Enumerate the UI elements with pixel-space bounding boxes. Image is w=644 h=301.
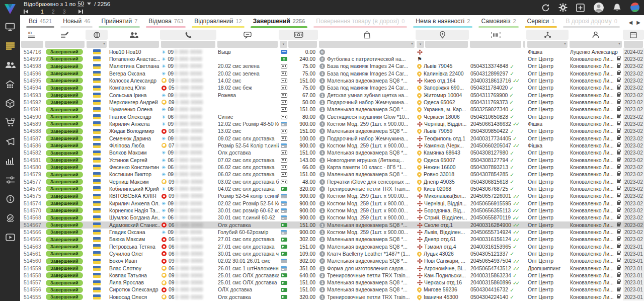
column-header-phone[interactable] bbox=[160, 30, 216, 40]
chevron-down-icon[interactable] bbox=[87, 3, 91, 5]
tab-1[interactable]: Новый 46 bbox=[57, 15, 96, 29]
tab-scroll-right-icon[interactable]: ▶ bbox=[636, 20, 640, 25]
partners-icon[interactable] bbox=[0, 208, 20, 228]
table-row[interactable]: 514570 Завершений Корнелюк Надія Та... ✳… bbox=[20, 207, 644, 214]
column-header-ttn[interactable] bbox=[469, 30, 522, 40]
filter-status[interactable] bbox=[45, 41, 85, 48]
table-row[interactable]: 514590 Завершений Гнатюк Олексндр ✳060 0… bbox=[20, 113, 644, 120]
table-row[interactable]: 514568 Завершений Шумляс Богдана Ан... ✳… bbox=[20, 214, 644, 221]
table-row[interactable]: 514599 Завершений Потапенко Анастас... ✳… bbox=[20, 55, 644, 62]
gear-icon[interactable] bbox=[558, 3, 568, 12]
page-3[interactable]: 3 bbox=[63, 9, 66, 15]
filter-dropdown-payment[interactable]: ▼ bbox=[280, 41, 287, 48]
table-row[interactable]: 514560 Завершений Бокоч Иван 090 000 000… bbox=[20, 258, 644, 265]
filter-comment[interactable] bbox=[217, 41, 278, 48]
tab-7[interactable]: Нема в наявності 2 bbox=[410, 15, 475, 29]
table-row[interactable]: 514587 Завершений Семенюк Дарина ✳090 00… bbox=[20, 135, 644, 142]
first-page-button[interactable] bbox=[24, 10, 28, 14]
column-header-payment[interactable] bbox=[279, 30, 318, 40]
column-header-channel[interactable] bbox=[526, 30, 569, 40]
video-icon[interactable] bbox=[0, 228, 20, 247]
column-header-gap[interactable] bbox=[522, 30, 526, 40]
table-row[interactable]: 514559 Завершений Влас Слотюу 060 000 00… bbox=[20, 265, 644, 272]
table-row[interactable]: 514563 Завершений Петровська Тетяна 060 … bbox=[20, 243, 644, 250]
column-header-id[interactable]: ID bbox=[20, 30, 44, 40]
tab-3[interactable]: Відмова 763 bbox=[143, 15, 189, 29]
refresh-icon[interactable] bbox=[541, 4, 550, 12]
company-icon[interactable] bbox=[0, 74, 20, 94]
table-row[interactable]: 514566 Завершений Гладик Оксана ✳090 000… bbox=[20, 229, 644, 236]
column-header-country[interactable] bbox=[86, 30, 108, 40]
tab-4[interactable]: Відправлений 12 bbox=[189, 15, 248, 29]
table-row[interactable]: 514581 Завершений Устинов Сергей ✳060 00… bbox=[20, 157, 644, 164]
cart-icon[interactable] bbox=[0, 113, 20, 132]
table-row[interactable]: 514574 Завершений Кирилич Анжела Ол... ✳… bbox=[20, 200, 644, 207]
clients-icon[interactable] bbox=[0, 55, 20, 74]
table-row[interactable]: 514558 Завершений Ковпак Татьяна 090 000… bbox=[20, 272, 644, 279]
tab-5[interactable]: Завершений 2256 bbox=[248, 15, 311, 29]
page-1[interactable]: 1 bbox=[41, 9, 44, 15]
table-row[interactable]: 514575 Завершений КВІТОВСЬКА ЮЛІЯ 090 00… bbox=[20, 193, 644, 200]
table-row[interactable]: 514582 Завершений Волков Максим ✳090 000… bbox=[20, 149, 644, 157]
column-header-date[interactable] bbox=[623, 30, 644, 40]
add-square-icon[interactable] bbox=[576, 4, 585, 12]
orders-list-icon[interactable] bbox=[0, 36, 20, 55]
column-header-comment[interactable] bbox=[216, 30, 279, 40]
column-header-delivery[interactable] bbox=[416, 30, 469, 40]
stats-icon[interactable] bbox=[0, 151, 20, 170]
table-row[interactable]: 514591 Завершений Чумаченко Олена ✳090 0… bbox=[20, 106, 644, 113]
table-row[interactable]: 514594 Завершений Компанец Юля 050 000 0… bbox=[20, 85, 644, 92]
table-row[interactable]: 514588 Завершений Жидак Володимир 060 00… bbox=[20, 128, 644, 135]
table-row[interactable]: 514579 Завершений Костишин Виктор ✳090 0… bbox=[20, 171, 644, 178]
table-row[interactable]: 514555 Завершений Новосад Олеся 060 000 … bbox=[20, 293, 644, 300]
table-row[interactable]: 514556 Завершений Сиротюк Олександр 090 … bbox=[20, 286, 644, 293]
monitor-icon[interactable] bbox=[0, 17, 20, 36]
last-page-button[interactable] bbox=[78, 10, 83, 14]
table-row[interactable]: 514565 Завершений Баюка Максим 060 000 0… bbox=[20, 236, 644, 243]
table-row[interactable]: 514592 Завершений Мерклингер Андрей 090 … bbox=[20, 99, 644, 106]
filter-gap[interactable] bbox=[523, 41, 525, 48]
bell-icon[interactable] bbox=[613, 3, 621, 12]
table-row[interactable]: 514586 Завершений Філіпова Люба 070 000 … bbox=[20, 142, 644, 149]
logo[interactable] bbox=[4, 1, 17, 17]
filter-ttn[interactable] bbox=[470, 41, 521, 48]
column-header-manager[interactable] bbox=[569, 30, 623, 40]
filter-payment[interactable] bbox=[288, 41, 317, 48]
filter-manager[interactable]: ▼ bbox=[570, 41, 622, 48]
filter-phone[interactable] bbox=[161, 41, 215, 48]
info-icon[interactable] bbox=[0, 189, 20, 208]
tab-scroll-left-icon[interactable]: ◀ bbox=[629, 20, 633, 25]
table-row[interactable]: 514567 Завершений Адамовский Станис... 0… bbox=[20, 221, 644, 229]
sliders-icon[interactable] bbox=[0, 170, 20, 189]
products-box-icon[interactable] bbox=[0, 94, 20, 113]
language-globe-icon[interactable] bbox=[630, 3, 640, 13]
table-row[interactable]: 514580 Завершений Фесенко Константин ✳06… bbox=[20, 164, 644, 171]
column-header-status[interactable] bbox=[44, 30, 86, 40]
tab-6[interactable]: Повернення товару (в дорозі) 0 bbox=[310, 15, 410, 29]
filter-products[interactable]: ▼ bbox=[319, 41, 415, 48]
column-header-products[interactable] bbox=[318, 30, 416, 40]
tab-8[interactable]: Самовивіз 2 bbox=[475, 15, 521, 29]
tab-2[interactable]: Прийнятий 7 bbox=[96, 15, 143, 29]
filter-country[interactable]: ▼ bbox=[87, 41, 107, 48]
table-row[interactable]: 514598 Завершений Малютина Светлана ✳090… bbox=[20, 63, 644, 70]
table-row[interactable]: 514561 Завершений Сучилов Олег 060 000 0… bbox=[20, 250, 644, 257]
page-2[interactable]: 2 bbox=[52, 9, 55, 15]
page-size-value[interactable]: 50 bbox=[77, 1, 84, 7]
avatar[interactable] bbox=[593, 2, 604, 13]
table-row[interactable]: 514589 Завершений Кирилич Анжела ✳090 00… bbox=[20, 120, 644, 127]
tab-0[interactable]: Всі 4521 bbox=[23, 15, 57, 29]
marketing-icon[interactable] bbox=[0, 132, 20, 151]
filter-id[interactable] bbox=[21, 41, 43, 48]
table-row[interactable]: 514716 Завершений Нов10 Нов10 ✳090 000 0… bbox=[20, 48, 644, 55]
table-row[interactable]: 514577 Завершений Черниш Максим 090 000 … bbox=[20, 178, 644, 185]
tab-9[interactable]: Сервіси 1 bbox=[522, 15, 560, 29]
filter-date[interactable] bbox=[624, 41, 643, 48]
column-header-client[interactable] bbox=[108, 30, 160, 40]
table-row[interactable]: 514576 Завершений Кобилинський Юрий ✳060… bbox=[20, 185, 644, 192]
table-row[interactable]: 514557 Завершений Лила Ярослав 090 000 0… bbox=[20, 279, 644, 286]
table-row[interactable]: 514593 Завершений Сольська Ірина ✳090 00… bbox=[20, 92, 644, 99]
table-row[interactable]: 514595 Завершений Колосок Александр 090 … bbox=[20, 77, 644, 84]
filter-channel[interactable]: ▼ bbox=[527, 41, 568, 48]
filter-dropdown-delivery[interactable]: ▼ bbox=[417, 41, 424, 48]
